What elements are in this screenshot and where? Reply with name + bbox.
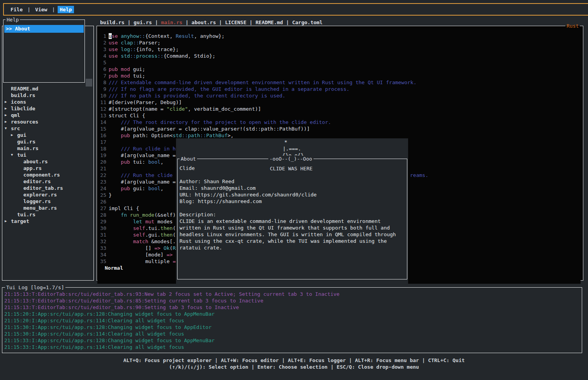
tree-item-explorer-rs[interactable]: explorer.rs: [2, 191, 93, 198]
tree-item-menu-bar-rs[interactable]: menu_bar.rs: [2, 205, 93, 211]
code-line[interactable]: 4use std::process::{Command, Stdio};: [98, 53, 582, 59]
chevron-right-icon: ▶: [5, 118, 11, 125]
tab-cargo-toml[interactable]: Cargo.toml: [292, 19, 322, 25]
code-line[interactable]: 3use log::{info, trace};: [98, 46, 582, 53]
tree-item-logger-rs[interactable]: logger.rs: [2, 198, 93, 205]
code-line[interactable]: 5: [98, 59, 582, 66]
line-number: 33: [98, 245, 106, 251]
tree-item-main-rs[interactable]: main.rs: [2, 145, 93, 152]
token: impl Cli {: [109, 205, 139, 211]
tree-item-icons[interactable]: ▶icons: [2, 99, 93, 105]
token: ::: [182, 133, 188, 138]
code-line[interactable]: 13struct Cli {: [98, 112, 582, 119]
code-line[interactable]: 9/// If no flags are provided, the GUI e…: [98, 86, 582, 92]
token: [173, 252, 176, 258]
tree-indent: [5, 92, 11, 99]
token: Ok: [164, 245, 170, 251]
code-line[interactable]: 11#[derive(Parser, Debug)]: [98, 99, 582, 106]
editor-bottom-strip-right: [408, 280, 581, 284]
token: [109, 133, 121, 138]
tab-main-rs[interactable]: main.rs: [161, 19, 183, 25]
tab-about-rs[interactable]: about.rs: [192, 19, 216, 25]
tree-item-gui-rs[interactable]: gui.rs: [2, 138, 93, 145]
token: gui;: [130, 66, 145, 72]
code-line[interactable]: 16 pub path: Option<std::path::PathBuf>,: [98, 132, 582, 139]
tab-readme-md[interactable]: README.md: [255, 19, 283, 25]
tree-item-gui[interactable]: ▶gui: [2, 132, 93, 138]
tab-gui-rs[interactable]: gui.rs: [134, 19, 152, 25]
token: Parser;: [139, 40, 160, 46]
tab-separator: |: [246, 19, 255, 25]
token: pub: [109, 66, 118, 72]
code-line[interactable]: 7pub mod tui;: [98, 72, 582, 79]
token: run_mode: [130, 212, 155, 218]
tree-item-build-rs[interactable]: build.rs: [2, 92, 93, 99]
menu-item-file[interactable]: File: [9, 6, 25, 13]
line-number: 12: [98, 106, 106, 112]
tree-item-label: editor_tab.rs: [23, 185, 63, 191]
tree-item-component-rs[interactable]: component.rs: [2, 171, 93, 178]
line-number: 4: [98, 53, 106, 59]
ascii-art-line: |.===.: [283, 145, 301, 152]
about-popup: *|.===.{}o o{} About -ooO--(_)--Ooo Clid…: [176, 138, 408, 281]
line-number: 24: [98, 185, 106, 192]
line-number: 8: [98, 79, 106, 86]
explorer-scrollbar-thumb[interactable]: [86, 79, 92, 87]
line-number: 23: [98, 179, 106, 185]
menu-item-view[interactable]: View: [33, 6, 49, 13]
token: [mode]: [109, 252, 167, 258]
token: pub: [109, 73, 118, 79]
code-line[interactable]: 6pub mod gui;: [98, 66, 582, 72]
code-text: use log::{info, trace};: [109, 46, 179, 53]
tree-item-label: app.rs: [23, 165, 42, 171]
code-text: /// Run the clide: [109, 172, 173, 179]
code-line[interactable]: 8/// Extendable command-line driven deve…: [98, 79, 582, 86]
code-text: #[arg(value_name =: [109, 152, 176, 159]
tree-item-app-rs[interactable]: app.rs: [2, 165, 93, 171]
token: #[structopt(name =: [109, 106, 167, 112]
code-line[interactable]: 1use anyhow::{Context, Result, anyhow};: [98, 33, 582, 39]
tree-item-qml[interactable]: ▶qml: [2, 112, 93, 118]
tree-item-target[interactable]: ▶target: [2, 218, 93, 224]
code-line[interactable]: 10/// If no path is provided, the curren…: [98, 92, 582, 99]
code-text: self.gui.then(: [109, 232, 176, 238]
line-number: 30: [98, 225, 106, 232]
code-line[interactable]: 2use clap::Parser;: [98, 39, 582, 46]
menu-separator: |: [52, 6, 55, 13]
code-line[interactable]: 14 /// The root directory for the projec…: [98, 119, 582, 125]
tree-item-src[interactable]: ▼src: [2, 125, 93, 132]
tree-indent: [17, 171, 23, 178]
tree-item-editor-tab-rs[interactable]: editor_tab.rs: [2, 185, 93, 191]
code-text: self.tui.then(: [109, 225, 176, 232]
line-number: 27: [98, 205, 106, 212]
log-line: 21:15:30:I:App:src/tui/app.rs:128:Changi…: [4, 324, 340, 331]
tree-item-label: component.rs: [23, 171, 60, 178]
about-app-name: Clide: [180, 165, 195, 171]
menu-item-help[interactable]: Help: [58, 6, 74, 13]
tree-item-about-rs[interactable]: about.rs: [2, 158, 93, 165]
code-text: match &modes[.: [109, 238, 176, 245]
token: {info, trace};: [136, 46, 179, 52]
code-text-tail: reams.: [410, 172, 428, 179]
tree-item-editor-rs[interactable]: editor.rs: [2, 178, 93, 185]
tree-item-label: resources: [11, 118, 38, 125]
token: [109, 232, 133, 238]
tree-item-label: tui.rs: [17, 211, 35, 218]
tab-build-rs[interactable]: build.rs: [100, 19, 125, 25]
chevron-down-icon: ▼: [5, 125, 11, 132]
tab-license[interactable]: LICENSE: [225, 19, 246, 25]
tree-item-label: build.rs: [11, 92, 35, 99]
tree-item-resources[interactable]: ▶resources: [2, 118, 93, 125]
code-line[interactable]: 15 #[arg(value_parser = clap::value_pars…: [98, 125, 582, 132]
tree-item-tui-rs[interactable]: tui.rs: [2, 211, 93, 218]
code-text: #[arg(value_name =: [109, 179, 176, 185]
tree-item-libclide[interactable]: ▶libclide: [2, 105, 93, 112]
tree-item-tui[interactable]: ▼tui: [2, 152, 93, 158]
token: tui;: [130, 73, 145, 79]
line-number: 15: [98, 125, 106, 132]
token: struct Cli {: [109, 113, 145, 118]
code-line[interactable]: 12#[structopt(name = "clide", verbatim_d…: [98, 106, 582, 112]
help-menu-item-about[interactable]: >> About: [4, 25, 84, 33]
tree-item-readme-md[interactable]: README.md: [2, 85, 93, 92]
code-text: #[arg(value_parser = clap::value_parser!…: [109, 125, 310, 132]
